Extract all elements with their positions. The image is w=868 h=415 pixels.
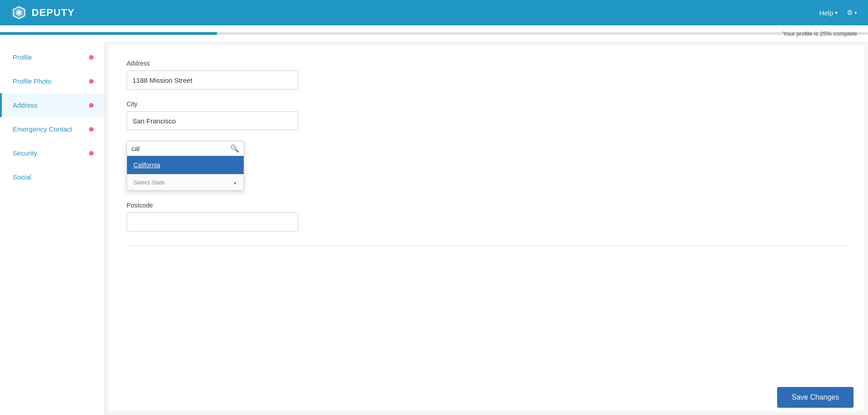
sidebar-label-profile: Profile <box>13 53 32 61</box>
section-divider <box>127 246 846 246</box>
city-label: City <box>127 100 846 108</box>
sidebar-item-address[interactable]: Address <box>0 93 104 117</box>
sidebar-item-social[interactable]: Social <box>0 165 104 189</box>
address-group: Address <box>127 60 846 90</box>
gear-icon: ⚙ <box>847 9 853 17</box>
help-button[interactable]: Help ▾ <box>819 9 838 17</box>
settings-button[interactable]: ⚙ ▾ <box>847 9 857 17</box>
city-input[interactable] <box>127 111 298 130</box>
content-area: Address City 🔍 California S <box>108 45 864 411</box>
address-label: Address <box>127 60 846 67</box>
state-dropdown-wrapper: 🔍 California Select State ▲ <box>127 141 244 191</box>
sidebar-label-security: Security <box>13 149 37 157</box>
state-dropdown-footer[interactable]: Select State ▲ <box>127 174 244 190</box>
state-search-input[interactable] <box>132 145 230 152</box>
state-option-california[interactable]: California <box>127 156 244 174</box>
chevron-up-icon: ▲ <box>233 180 237 185</box>
sidebar-label-address: Address <box>13 101 38 109</box>
select-state-label: Select State <box>133 179 165 186</box>
state-search-row: 🔍 <box>127 141 244 156</box>
state-dropdown: 🔍 California Select State ▲ <box>127 141 244 191</box>
sidebar-label-emergency-contact: Emergency Contact <box>13 125 72 133</box>
postcode-group: Postcode <box>127 202 846 231</box>
sidebar-dot-address <box>89 103 94 108</box>
sidebar-dot-profile-photo <box>89 79 94 84</box>
save-button[interactable]: Save Changes <box>777 387 854 408</box>
sidebar-label-profile-photo: Profile Photo <box>13 77 52 85</box>
logo-area: DEPUTY <box>11 5 75 21</box>
chevron-down-icon: ▾ <box>835 10 838 16</box>
sidebar-item-security[interactable]: Security <box>0 141 104 165</box>
search-icon[interactable]: 🔍 <box>230 144 239 153</box>
sidebar-dot-security <box>89 151 94 156</box>
app-header: DEPUTY Help ▾ ⚙ ▾ <box>0 0 868 25</box>
main-layout: Profile Profile Photo Address Emergency … <box>0 42 868 415</box>
sidebar-dot-profile <box>89 55 94 60</box>
header-right: Help ▾ ⚙ ▾ <box>819 9 857 17</box>
deputy-logo-icon <box>11 5 27 21</box>
progress-track <box>0 32 868 35</box>
sidebar-dot-emergency-contact <box>89 127 94 132</box>
sidebar-item-emergency-contact[interactable]: Emergency Contact <box>0 117 104 141</box>
city-group: City <box>127 100 846 130</box>
sidebar-item-profile-photo[interactable]: Profile Photo <box>0 69 104 93</box>
footer-bar: Save Changes <box>0 380 868 415</box>
address-input[interactable] <box>127 71 298 90</box>
sidebar: Profile Profile Photo Address Emergency … <box>0 42 105 415</box>
progress-area: Your profile is 25% complete <box>0 25 868 42</box>
profile-complete-text: Your profile is 25% complete <box>783 30 857 37</box>
postcode-input[interactable] <box>127 212 298 231</box>
progress-fill <box>0 32 217 35</box>
logo-text: DEPUTY <box>32 7 75 19</box>
postcode-label: Postcode <box>127 202 846 209</box>
sidebar-item-profile[interactable]: Profile <box>0 45 104 69</box>
california-link[interactable]: California <box>133 161 160 169</box>
chevron-down-icon-settings: ▾ <box>854 10 857 16</box>
sidebar-label-social: Social <box>13 173 31 181</box>
